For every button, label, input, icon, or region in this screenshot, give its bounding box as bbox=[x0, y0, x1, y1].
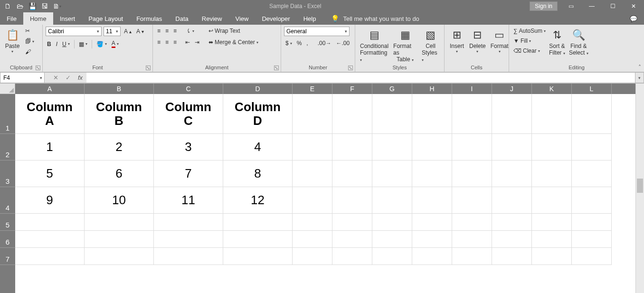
cell[interactable] bbox=[452, 94, 492, 134]
cell[interactable] bbox=[532, 161, 572, 187]
tab-page-layout[interactable]: Page Layout bbox=[82, 12, 130, 25]
row-header[interactable]: 4 bbox=[0, 187, 15, 214]
cell[interactable]: 10 bbox=[85, 187, 154, 214]
cut-button[interactable]: ✂ bbox=[24, 27, 36, 35]
cell[interactable] bbox=[452, 214, 492, 231]
cell[interactable]: ColumnB bbox=[85, 94, 154, 134]
cell[interactable] bbox=[532, 214, 572, 231]
cell[interactable] bbox=[452, 187, 492, 214]
cell[interactable] bbox=[15, 231, 85, 248]
cell[interactable] bbox=[332, 134, 372, 161]
collapse-ribbon-icon[interactable]: ˄ bbox=[638, 64, 641, 71]
cell[interactable] bbox=[452, 248, 492, 265]
print-preview-icon[interactable]: 🗎▾ bbox=[53, 2, 61, 10]
cell[interactable] bbox=[452, 231, 492, 248]
cell[interactable] bbox=[154, 248, 223, 265]
row-header[interactable]: 2 bbox=[0, 134, 15, 161]
cell[interactable] bbox=[492, 134, 532, 161]
column-header[interactable]: I bbox=[452, 84, 492, 94]
cell[interactable] bbox=[452, 161, 492, 187]
font-size-select[interactable]: 11▾ bbox=[104, 27, 121, 36]
column-header[interactable]: C bbox=[154, 84, 223, 94]
cell[interactable]: 5 bbox=[15, 161, 85, 187]
row-header[interactable]: 6 bbox=[0, 231, 15, 248]
copy-button[interactable]: 🗐▾ bbox=[24, 37, 36, 46]
decrease-font-icon[interactable]: A▾ bbox=[135, 27, 145, 36]
increase-indent-icon[interactable]: ⇥ bbox=[193, 38, 201, 47]
cell[interactable] bbox=[412, 214, 452, 231]
cell[interactable] bbox=[412, 248, 452, 265]
fill-color-button[interactable]: 🪣▾ bbox=[95, 40, 108, 48]
bold-button[interactable]: B bbox=[46, 40, 53, 48]
sort-filter-button[interactable]: ⇅Sort &Filter ▾ bbox=[547, 27, 567, 57]
column-header[interactable]: D bbox=[223, 84, 293, 94]
cell[interactable] bbox=[572, 134, 612, 161]
italic-button[interactable]: I bbox=[55, 40, 59, 48]
align-right-icon[interactable]: ≡ bbox=[172, 38, 178, 47]
delete-cells-button[interactable]: ⊟Delete▾ bbox=[467, 27, 488, 55]
find-select-button[interactable]: 🔍Find &Select ▾ bbox=[567, 27, 590, 57]
row-header[interactable]: 7 bbox=[0, 248, 15, 265]
cell[interactable] bbox=[492, 214, 532, 231]
tab-file[interactable]: File bbox=[0, 12, 23, 25]
column-header[interactable]: G bbox=[372, 84, 412, 94]
cell[interactable] bbox=[532, 134, 572, 161]
column-header[interactable]: E bbox=[293, 84, 332, 94]
cells-area[interactable]: ColumnAColumnBColumnCColumnD123456789101… bbox=[15, 94, 635, 293]
maximize-icon[interactable]: ☐ bbox=[602, 0, 623, 12]
vertical-scrollbar[interactable] bbox=[635, 84, 644, 293]
cell[interactable]: 2 bbox=[85, 134, 154, 161]
cell[interactable]: ColumnC bbox=[154, 94, 223, 134]
new-file-icon[interactable]: 🗋 bbox=[4, 2, 11, 10]
cell[interactable] bbox=[532, 248, 572, 265]
merge-center-button[interactable]: ⬌Merge & Center▾ bbox=[207, 38, 260, 47]
cell[interactable] bbox=[532, 94, 572, 134]
cell[interactable]: ColumnA bbox=[15, 94, 85, 134]
cell[interactable] bbox=[372, 248, 412, 265]
align-middle-icon[interactable]: ≡ bbox=[164, 27, 170, 35]
align-bottom-icon[interactable]: ≡ bbox=[172, 27, 178, 35]
cell[interactable] bbox=[452, 134, 492, 161]
minimize-icon[interactable]: — bbox=[581, 0, 602, 12]
cell[interactable] bbox=[492, 161, 532, 187]
cell[interactable] bbox=[15, 214, 85, 231]
open-file-icon[interactable]: 🗁 bbox=[16, 2, 24, 10]
close-icon[interactable]: ✕ bbox=[623, 0, 644, 12]
cell[interactable] bbox=[572, 187, 612, 214]
column-header[interactable]: A bbox=[15, 84, 85, 94]
cell-styles-button[interactable]: ▧CellStyles ▾ bbox=[420, 27, 441, 64]
cell[interactable] bbox=[572, 231, 612, 248]
font-color-button[interactable]: A▾ bbox=[110, 39, 120, 49]
align-center-icon[interactable]: ≡ bbox=[164, 38, 170, 47]
cell[interactable]: 6 bbox=[85, 161, 154, 187]
tell-me[interactable]: 💡 Tell me what you want to do bbox=[322, 12, 419, 25]
enter-formula-icon[interactable]: ✓ bbox=[62, 74, 74, 81]
formula-input[interactable] bbox=[86, 72, 635, 83]
cell[interactable] bbox=[15, 248, 85, 265]
sign-in-button[interactable]: Sign in bbox=[530, 1, 558, 11]
column-header[interactable]: F bbox=[332, 84, 372, 94]
select-all-corner[interactable] bbox=[0, 84, 15, 94]
format-as-table-button[interactable]: ▦Format asTable ▾ bbox=[391, 27, 419, 64]
format-painter-button[interactable]: 🖌 bbox=[24, 47, 36, 56]
cell[interactable] bbox=[412, 161, 452, 187]
cell[interactable] bbox=[372, 214, 412, 231]
cell[interactable] bbox=[332, 187, 372, 214]
tab-view[interactable]: View bbox=[228, 12, 255, 25]
cell[interactable] bbox=[293, 231, 332, 248]
cell[interactable] bbox=[154, 231, 223, 248]
cell[interactable] bbox=[85, 214, 154, 231]
fx-icon[interactable]: fx bbox=[74, 74, 86, 81]
increase-font-icon[interactable]: A▴ bbox=[123, 27, 133, 36]
conditional-formatting-button[interactable]: ▤ConditionalFormatting ▾ bbox=[358, 27, 390, 64]
dialog-launcher-icon[interactable]: ⤡ bbox=[348, 66, 353, 70]
cell[interactable] bbox=[332, 248, 372, 265]
cell[interactable]: 9 bbox=[15, 187, 85, 214]
name-box[interactable]: F4▾ bbox=[0, 72, 45, 83]
cell[interactable]: 4 bbox=[223, 134, 293, 161]
tab-data[interactable]: Data bbox=[169, 12, 195, 25]
cell[interactable]: 11 bbox=[154, 187, 223, 214]
cell[interactable] bbox=[293, 248, 332, 265]
cell[interactable] bbox=[492, 187, 532, 214]
cell[interactable]: 12 bbox=[223, 187, 293, 214]
